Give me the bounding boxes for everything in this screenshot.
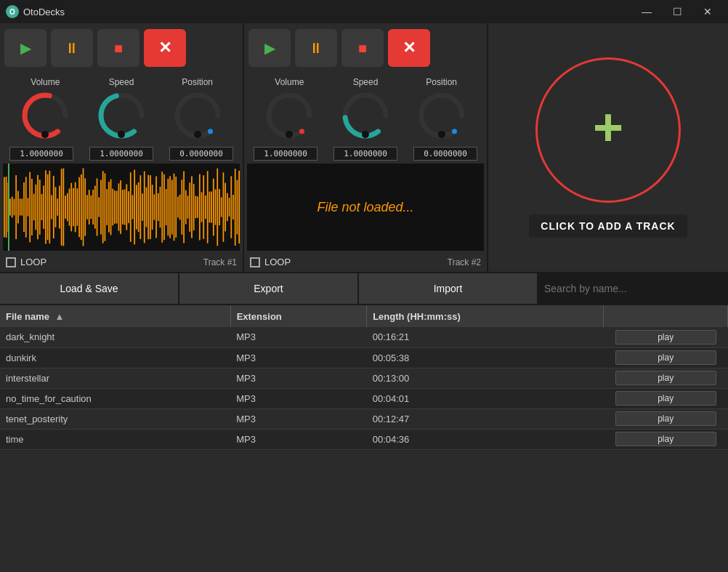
cell-filename: no_time_for_caution: [0, 388, 230, 408]
svg-point-11: [286, 131, 293, 138]
main-area: ▶ ⏸ ■ ✕ Volume: [0, 23, 728, 572]
file-table: File name ▲ Extension Length (HH:mm:ss) …: [0, 305, 728, 572]
deck1-volume-value: 1.0000000: [9, 147, 73, 161]
cell-play: play: [604, 388, 728, 408]
deck1-speed-knob[interactable]: [96, 90, 147, 141]
deck1-speed-group: Speed: [96, 77, 147, 141]
deck2-waveform[interactable]: File not loaded...: [247, 164, 484, 251]
deck2-stop-button[interactable]: ■: [341, 29, 384, 67]
deck1-speed-value: 1.0000000: [89, 147, 153, 161]
deck2-volume-label: Volume: [275, 77, 304, 87]
cell-filename: dunkirk: [0, 347, 230, 368]
deck2-loop-checkbox[interactable]: [250, 257, 260, 267]
export-button[interactable]: Export: [179, 273, 359, 304]
cell-length: 00:04:36: [367, 429, 604, 449]
deck2-speed-knob[interactable]: [340, 90, 391, 141]
bottom-panel: Load & Save Export Import File name ▲ Ex…: [0, 273, 728, 572]
tracks-table: File name ▲ Extension Length (HH:mm:ss) …: [0, 305, 728, 450]
row-play-button[interactable]: play: [615, 330, 716, 345]
deck2-track-label: Track #2: [448, 257, 481, 267]
deck1-close-button[interactable]: ✕: [144, 29, 186, 67]
table-body: dark_knight MP3 00:16:21 play dunkirk MP…: [0, 327, 728, 449]
deck1-volume-group: Volume: [20, 77, 70, 141]
add-track-plus-icon: +: [593, 101, 623, 153]
row-play-button[interactable]: play: [615, 391, 716, 406]
deck1-footer: LOOP Track #1: [0, 254, 243, 272]
title-bar-controls: — ☐ ✕: [632, 0, 722, 23]
cell-play: play: [604, 408, 728, 429]
search-input[interactable]: [544, 283, 722, 294]
svg-point-2: [41, 131, 49, 138]
cell-play: play: [604, 368, 728, 388]
svg-point-17: [438, 131, 445, 138]
deck2-transport: ▶ ⏸ ■ ✕: [244, 23, 487, 73]
import-button[interactable]: Import: [359, 273, 538, 304]
deck2: ▶ ⏸ ■ ✕ Volume: [244, 23, 488, 272]
deck1-position-label: Position: [182, 77, 213, 87]
deck1-position-value: 0.0000000: [169, 147, 233, 161]
deck1-track-label: Track #1: [203, 257, 237, 267]
deck2-position-knob[interactable]: [416, 90, 467, 141]
action-row: Load & Save Export Import: [0, 273, 728, 305]
svg-point-5: [118, 131, 125, 138]
row-play-button[interactable]: play: [615, 411, 716, 426]
deck2-speed-value: 1.0000000: [333, 147, 397, 161]
col-action: [604, 305, 728, 327]
click-to-add-label: CLICK TO ADD A TRACK: [529, 214, 687, 238]
deck2-position-group: Position: [416, 77, 467, 141]
row-play-button[interactable]: play: [615, 432, 716, 446]
deck2-volume-knob[interactable]: [264, 90, 315, 141]
table-row: interstellar MP3 00:13:00 play: [0, 368, 728, 388]
maximize-button[interactable]: ☐: [663, 0, 692, 23]
deck1-loop-checkbox[interactable]: [6, 257, 16, 267]
cell-play: play: [604, 429, 728, 449]
cell-length: 00:13:00: [367, 368, 604, 388]
deck2-close-button[interactable]: ✕: [388, 29, 430, 67]
app-title: OtoDecks: [23, 7, 65, 17]
deck1-loop-label: LOOP: [20, 257, 46, 267]
cell-ext: MP3: [230, 347, 367, 368]
deck1-stop-button[interactable]: ■: [97, 29, 139, 67]
deck1-pause-button[interactable]: ⏸: [51, 29, 93, 67]
load-save-button[interactable]: Load & Save: [0, 273, 179, 304]
cell-ext: MP3: [230, 408, 367, 429]
cell-filename: dark_knight: [0, 327, 230, 347]
close-button[interactable]: ✕: [693, 0, 722, 23]
deck2-values-row: 1.0000000 1.0000000 0.0000000: [244, 145, 487, 164]
deck2-volume-group: Volume: [264, 77, 315, 141]
decks-area: ▶ ⏸ ■ ✕ Volume: [0, 23, 728, 273]
deck2-volume-value: 1.0000000: [254, 147, 318, 161]
deck2-speed-group: Speed: [340, 77, 391, 141]
deck1-waveform[interactable]: [3, 164, 240, 251]
deck2-pause-button[interactable]: ⏸: [295, 29, 337, 67]
deck2-play-button[interactable]: ▶: [248, 29, 291, 67]
row-play-button[interactable]: play: [615, 371, 716, 385]
deck2-knobs: Volume Speed: [244, 73, 487, 145]
minimize-button[interactable]: —: [632, 0, 661, 23]
deck2-position-value: 0.0000000: [413, 147, 477, 161]
col-length: Length (HH:mm:ss): [367, 305, 604, 327]
deck2-loop-section: LOOP: [250, 257, 291, 267]
cell-play: play: [604, 327, 728, 347]
deck1: ▶ ⏸ ■ ✕ Volume: [0, 23, 244, 272]
col-extension: Extension: [230, 305, 367, 327]
cell-filename: time: [0, 429, 230, 449]
deck1-position-group: Position: [172, 77, 223, 141]
deck2-file-not-loaded: File not loaded...: [247, 164, 484, 251]
row-play-button[interactable]: play: [615, 350, 716, 365]
search-container: [538, 273, 728, 304]
deck1-volume-knob[interactable]: [20, 90, 70, 141]
col-filename[interactable]: File name ▲: [0, 305, 230, 327]
cell-length: 00:16:21: [367, 327, 604, 347]
deck1-transport: ▶ ⏸ ■ ✕: [0, 23, 243, 73]
deck1-position-knob[interactable]: [172, 90, 223, 141]
svg-point-8: [194, 131, 201, 138]
table-row: dark_knight MP3 00:16:21 play: [0, 327, 728, 347]
svg-point-14: [362, 131, 369, 138]
cell-length: 00:05:38: [367, 347, 604, 368]
deck1-play-button[interactable]: ▶: [4, 29, 46, 67]
deck2-position-label: Position: [426, 77, 457, 87]
add-track-panel: + CLICK TO ADD A TRACK: [488, 23, 728, 272]
sort-arrow-icon: ▲: [55, 311, 65, 322]
add-track-circle[interactable]: +: [535, 57, 681, 203]
